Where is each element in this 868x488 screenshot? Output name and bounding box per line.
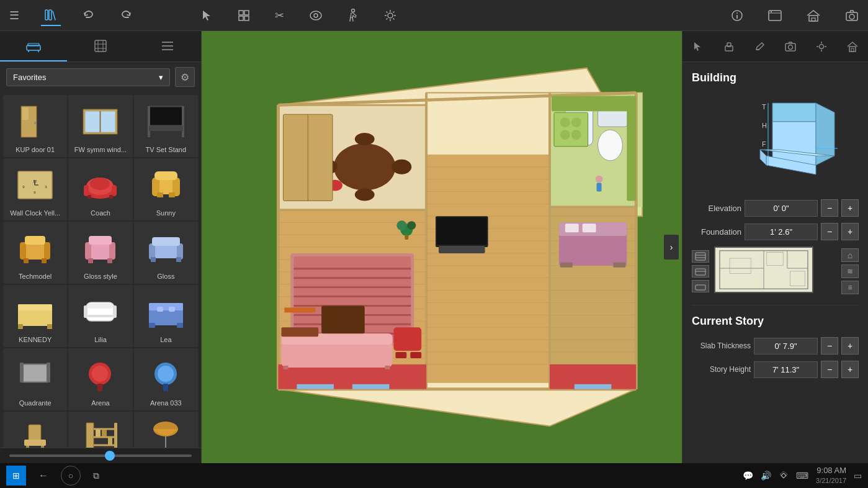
redo-icon[interactable] <box>117 6 135 25</box>
svg-rect-76 <box>42 258 47 263</box>
list-item[interactable]: Techmodel <box>3 222 67 284</box>
floor-alt-icon[interactable]: ≋ <box>841 264 859 278</box>
list-item[interactable]: Sunny <box>134 158 198 220</box>
svg-point-196 <box>391 160 411 174</box>
slab-decrease-btn[interactable]: − <box>821 337 838 355</box>
item-label: Gloss <box>157 273 174 281</box>
edit-tab[interactable] <box>67 31 134 61</box>
task-view-button[interactable]: ⧉ <box>90 468 102 484</box>
elevation-increase-btn[interactable]: + <box>841 199 859 217</box>
list-item[interactable]: Gloss <box>134 222 198 284</box>
camera3d-icon[interactable] <box>842 7 862 24</box>
taskbar-clock[interactable]: 9:08 AM 3/21/2017 <box>816 466 846 485</box>
right-tab-pencil[interactable] <box>745 31 776 61</box>
undo-icon[interactable] <box>79 6 98 25</box>
list-item[interactable]: TV Set Stand <box>134 95 198 157</box>
svg-rect-63 <box>112 185 117 196</box>
foundation-decrease-btn[interactable]: − <box>821 223 838 240</box>
list-item[interactable]: Arena 033 <box>134 348 198 410</box>
list-item[interactable]: Quadrante <box>3 348 67 410</box>
filter-settings-button[interactable]: ⚙ <box>175 67 195 87</box>
right-tab-stamp[interactable] <box>714 31 745 61</box>
favorites-dropdown[interactable]: Favorites ▾ <box>6 68 170 86</box>
story-icon-1[interactable] <box>692 250 709 263</box>
list-item[interactable]: Gloss style <box>68 222 132 284</box>
elevation-decrease-btn[interactable]: − <box>821 199 838 217</box>
svg-point-110 <box>92 366 108 382</box>
notification-icon[interactable]: ▭ <box>854 471 862 481</box>
svg-rect-83 <box>89 236 112 245</box>
current-story-title: Current Story <box>692 315 859 328</box>
elevation-value[interactable]: 0' 0" <box>745 200 818 217</box>
scissors-icon[interactable]: ✂ <box>272 6 287 25</box>
story-height-increase-btn[interactable]: + <box>841 361 859 378</box>
size-slider-track[interactable] <box>9 454 192 457</box>
furniture-tab[interactable] <box>0 31 67 61</box>
slab-thickness-row: Slab Thickness 0' 7.9" − + <box>692 337 859 355</box>
list-item[interactable]: KUP door 01 <box>3 95 67 157</box>
right-tab-camera[interactable] <box>775 31 806 61</box>
foundation-value[interactable]: 1' 2.6" <box>745 224 818 240</box>
svg-marker-272 <box>760 150 766 165</box>
info-icon[interactable] <box>728 6 746 25</box>
list-item[interactable]: FW symm wind... <box>68 95 132 157</box>
right-tab-home[interactable] <box>837 31 868 61</box>
right-tab-sun[interactable] <box>806 31 837 61</box>
list-item[interactable]: Arena <box>68 348 132 410</box>
slab-thickness-value[interactable]: 0' 7.9" <box>754 338 818 355</box>
center-canvas[interactable]: › <box>202 31 682 463</box>
list-item[interactable]: Lea <box>134 285 198 347</box>
back-button[interactable]: ← <box>35 467 51 484</box>
svg-rect-23 <box>771 11 772 12</box>
slab-increase-btn[interactable]: + <box>841 337 859 355</box>
svg-rect-115 <box>29 425 41 441</box>
svg-rect-221 <box>405 235 408 240</box>
volume-icon[interactable]: 🔊 <box>761 471 771 481</box>
svg-rect-49 <box>148 106 150 137</box>
keyboard-icon[interactable]: ⌨ <box>796 471 808 481</box>
library-icon[interactable] <box>41 5 61 26</box>
right-tab-pointer[interactable] <box>682 31 714 61</box>
story-height-value[interactable]: 7' 11.3" <box>754 361 818 378</box>
svg-rect-288 <box>730 258 751 274</box>
foundation-increase-btn[interactable]: + <box>841 223 859 240</box>
list-item[interactable] <box>3 412 67 448</box>
svg-text:T: T <box>762 103 766 111</box>
select-icon[interactable] <box>197 6 216 25</box>
list-item[interactable]: KENNEDY <box>3 285 67 347</box>
chat-icon[interactable]: 💬 <box>743 471 753 481</box>
svg-rect-289 <box>767 253 784 266</box>
start-button[interactable]: ⊞ <box>6 466 26 486</box>
size-slider-thumb[interactable] <box>105 451 115 461</box>
house-icon[interactable] <box>803 6 823 25</box>
group-icon[interactable] <box>235 6 253 25</box>
list-item[interactable] <box>134 412 198 448</box>
svg-rect-88 <box>176 257 181 262</box>
svg-point-220 <box>407 221 416 230</box>
floor-list-icon[interactable]: ≡ <box>841 281 859 294</box>
svg-line-14 <box>387 11 388 12</box>
screenshot-icon[interactable] <box>765 7 785 24</box>
floor-expand-icon[interactable]: ⌂ <box>841 248 859 262</box>
list-item[interactable] <box>68 412 132 448</box>
list-item[interactable]: Lilia <box>68 285 132 347</box>
svg-rect-89 <box>152 237 180 246</box>
expand-panel-arrow[interactable]: › <box>664 235 679 260</box>
sun-icon[interactable] <box>380 6 400 25</box>
left-panel-tabs <box>0 31 201 62</box>
menu-icon[interactable]: ☰ <box>6 6 22 25</box>
story-height-decrease-btn[interactable]: − <box>821 361 838 378</box>
story-icon-3[interactable] <box>692 280 709 292</box>
eye-icon[interactable] <box>306 7 326 24</box>
dropdown-arrow-icon: ▾ <box>159 73 163 82</box>
list-tab[interactable] <box>134 31 201 61</box>
svg-rect-44 <box>85 111 100 132</box>
search-button[interactable]: ○ <box>61 466 81 486</box>
walk-icon[interactable] <box>344 6 362 25</box>
list-item[interactable]: Coach <box>68 158 132 220</box>
list-item[interactable]: 12693 Wall Clock Yell... <box>3 158 67 220</box>
network-icon[interactable] <box>779 471 789 481</box>
left-panel: Favorites ▾ ⚙ KUP door 01 FW symm wind..… <box>0 31 202 463</box>
item-shelf-img <box>76 417 125 448</box>
story-icon-2[interactable] <box>692 265 709 278</box>
